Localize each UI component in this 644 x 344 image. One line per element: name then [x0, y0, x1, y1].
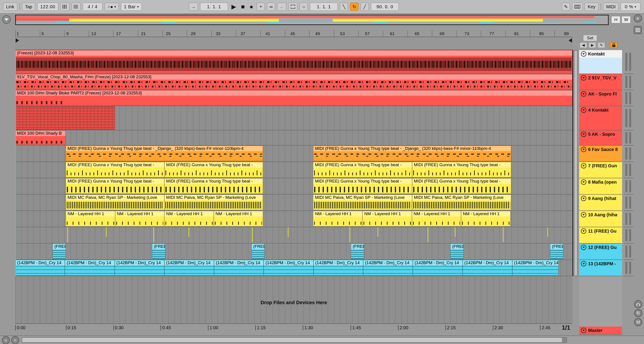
clip[interactable]: NM - Layered HH 1 [461, 211, 510, 226]
track-header-1[interactable]: Kontakt [579, 50, 622, 74]
horizontal-scrollbar[interactable] [22, 337, 567, 343]
scrub-area[interactable] [15, 37, 572, 50]
overview-height-button[interactable]: H [611, 16, 620, 23]
clip[interactable]: MIDI MC Paiva, MC Ryan SP - Marketing (L… [412, 194, 512, 210]
link-button[interactable]: Link [3, 3, 17, 11]
track-header-9[interactable]: 9 Aang (hihat [579, 194, 622, 211]
clip[interactable]: MIDI MC Paiva, MC Ryan SP - Marketing (L… [164, 194, 263, 210]
tap-tempo-button[interactable]: Tap [22, 3, 35, 11]
track-fold-button[interactable] [581, 91, 586, 96]
clip[interactable]: NM - Layered HH 1 [362, 211, 412, 226]
clip[interactable]: (142BPM - Dm)_Cry 14 [512, 260, 558, 275]
clip[interactable]: MIDI (FREE) Gunna x Young Thug type beat… [313, 146, 511, 161]
track-header-3[interactable]: AK - Sopro Fl [579, 90, 622, 106]
tempo-field[interactable]: 122.00 [37, 3, 58, 11]
track-fold-button[interactable] [581, 328, 586, 333]
preview-headphone-icon[interactable] [634, 300, 642, 308]
time-ruler[interactable]: 1/1 0:000:150:300:451:001:151:301:452:00… [15, 324, 572, 331]
track-lane-5[interactable]: MIDI 100 D#m Shady B [15, 130, 572, 146]
draw-mode-button[interactable]: ✎ [562, 3, 570, 11]
computer-midi-keyboard-button[interactable] [572, 3, 582, 11]
track-fold-button[interactable] [581, 261, 586, 266]
track-lane-12[interactable]: (FREE(FREE(FREE(FREE(FREE(FREE [15, 244, 572, 260]
track-fold-button[interactable] [581, 196, 586, 201]
track-lane-1[interactable]: (Freeze) [2023-12-08 232553] [15, 50, 572, 74]
scrollbar-handle[interactable] [22, 338, 562, 342]
track-fold-button[interactable] [581, 51, 586, 56]
track-header-7[interactable]: 7 (FREE) Gun [579, 162, 622, 178]
track-lane-3[interactable]: MIDI 100 D#m Shady Bloke PART2 (Freeze) … [15, 90, 572, 106]
play-button[interactable]: ▶ [230, 3, 238, 11]
clip[interactable]: MIDI MC Paiva, MC Ryan SP - Marketing (L… [313, 194, 412, 210]
clip[interactable]: MIDI (FREE) Gunna x Young Thug type beat… [313, 162, 412, 177]
key-map-button[interactable]: Key [585, 3, 598, 11]
clip[interactable]: (Freeze) [2023-12-08 232553] [15, 50, 572, 73]
clip[interactable]: MIDI (FREE) Gunna x Young Thug type beat… [412, 178, 512, 194]
punch-out-switch[interactable]: ╱ [361, 3, 369, 11]
follow-button[interactable]: → [189, 3, 198, 11]
clip[interactable]: NM - Layered HH 1 [164, 211, 214, 226]
bar-ruler[interactable]: 1591317212529333741454953576165697377818… [15, 30, 572, 37]
track-lane-4[interactable] [15, 106, 572, 130]
clip[interactable]: NM - Layered HH 1 [115, 211, 164, 226]
clip[interactable]: (142BPM - Dm)_Cry 14 [314, 260, 363, 275]
track-lane-10[interactable]: NM - Layered HH 1NM - Layered HH 1NM - L… [15, 211, 572, 227]
loop-start-field[interactable]: 1. 1. 1 [310, 3, 338, 11]
cpu-meter[interactable]: 0 % ▾ [621, 3, 640, 11]
zoom-back-icon[interactable]: ≈ [2, 336, 10, 344]
track-header-2[interactable]: 2 91V_TSV_V [579, 74, 622, 90]
next-locator-button[interactable]: ▶ [588, 42, 596, 48]
track-lane-2[interactable]: 91V_TSV_Vocal_Chop_80_Masha_F#m (Freeze)… [15, 74, 572, 90]
track-header-8[interactable]: 8 Mafia (open [579, 178, 622, 194]
record-button[interactable]: ● [248, 3, 254, 11]
empty-track-area[interactable]: Drop Files and Devices Here [15, 276, 572, 324]
clip[interactable]: MIDI 100 D#m Shady B [15, 130, 66, 145]
track-fold-button[interactable] [581, 228, 586, 234]
clip[interactable]: NM - Layered HH 1 [66, 211, 115, 226]
loop-button[interactable]: ↻ [350, 3, 358, 11]
clip[interactable]: MIDI (FREE) Gunna x Young Thug type beat… [412, 162, 512, 177]
clip[interactable]: MIDI (FREE) Gunna x Young Thug type beat… [66, 162, 164, 177]
clip[interactable]: (142BPM - Dm)_Cry 14 [115, 260, 164, 275]
circle-icon-r[interactable]: R [634, 309, 642, 317]
clip[interactable]: (FREE [152, 244, 165, 259]
clip[interactable]: (142BPM - Dm)_Cry 14 [264, 260, 313, 275]
circle-icon-m[interactable]: M [634, 318, 642, 326]
clip[interactable]: MIDI (FREE) Gunna x Young Thug type beat… [313, 178, 412, 194]
track-fold-button[interactable] [581, 245, 586, 250]
clip[interactable]: NM - Layered HH 1 [412, 211, 461, 226]
clip[interactable]: (FREE [351, 244, 364, 259]
track-header-12[interactable]: 12 (FREE) Gu [579, 244, 622, 260]
clip[interactable]: (FREE [550, 244, 563, 259]
track-fold-button[interactable] [581, 75, 586, 80]
metronome-button[interactable]: ○● ▾ [105, 3, 119, 11]
vertical-scrollbar[interactable] [574, 50, 578, 276]
zoom-back-icon-2[interactable]: ≈ [11, 336, 19, 344]
clip[interactable]: (142BPM - Dm)_Cry 14 [164, 260, 214, 275]
track-header-6[interactable]: 6 Fav Sauce 8 [579, 146, 622, 162]
midi-map-button[interactable]: MIDI [603, 3, 618, 11]
track-header-13[interactable]: 13 (142BPM - [579, 260, 622, 276]
clip[interactable]: MIDI MC Paiva, MC Ryan SP - Marketing (L… [66, 194, 164, 210]
track-lane-11[interactable] [15, 227, 572, 244]
clip[interactable]: NM - Layered HH 1 [214, 211, 263, 226]
time-signature-field[interactable]: 4 / 4 [83, 3, 102, 11]
set-locator-button[interactable]: Set [583, 35, 597, 41]
clip[interactable]: (142BPM - Dm)_Cry 14 [363, 260, 413, 275]
arrangement-overview[interactable] [15, 15, 609, 25]
clip[interactable]: MIDI (FREE) Gunna x Young Thug type beat… [66, 178, 164, 194]
track-fold-button[interactable] [581, 180, 586, 185]
arrangement-start-marker[interactable] [16, 38, 21, 43]
clip[interactable]: (142BPM - Dm)_Cry 14 [463, 260, 512, 275]
punch-in-switch[interactable]: ╲ [340, 3, 348, 11]
stop-button[interactable]: ■ [240, 3, 246, 11]
clip[interactable]: MIDI (FREE) Gunna x Young Thug type beat… [164, 162, 263, 177]
loop-length-field[interactable]: 90. 0. 0 [371, 3, 399, 11]
quantize-menu[interactable]: 1 Bar ▾ [121, 3, 142, 11]
arrangement-overdub-button[interactable]: ∞ [267, 3, 275, 11]
prev-locator-button[interactable]: ◀ [580, 42, 587, 48]
track-header-10[interactable]: 10 Aang (hiha [579, 211, 622, 227]
nudge-down-button[interactable] [60, 3, 69, 11]
clip[interactable]: (142BPM - Dm)_Cry 14 [65, 260, 114, 275]
clip[interactable]: (FREE [252, 244, 265, 259]
